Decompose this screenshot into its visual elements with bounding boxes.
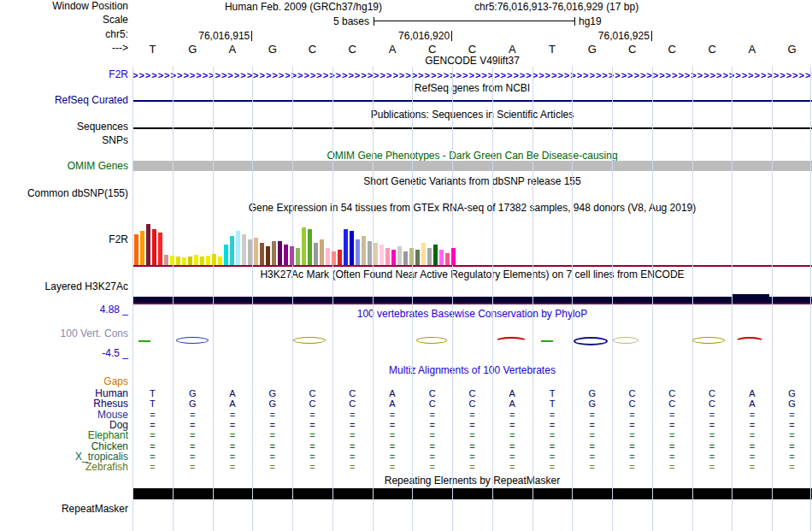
gtex-expression-bar[interactable] xyxy=(212,254,216,265)
track-label-omim-genes[interactable]: OMIM Genes xyxy=(0,161,128,172)
track-label-repeatmasker[interactable]: RepeatMasker xyxy=(0,504,128,515)
gtex-expression-bar[interactable] xyxy=(272,241,276,265)
gtex-expression-bar[interactable] xyxy=(356,239,360,265)
repeatmasker-element-bar[interactable] xyxy=(132,488,812,499)
gtex-expression-bar[interactable] xyxy=(427,248,432,265)
alignment-base: = xyxy=(373,451,413,462)
gtex-expression-bar[interactable] xyxy=(278,241,282,265)
gtex-expression-bar[interactable] xyxy=(362,236,366,265)
gtex-expression-bar[interactable] xyxy=(134,234,138,265)
scale-bracket xyxy=(374,17,575,26)
gtex-expression-bar[interactable] xyxy=(368,241,372,265)
gtex-expression-bar[interactable] xyxy=(445,253,450,265)
gtex-expression-bar[interactable] xyxy=(230,236,234,265)
omim-gene-bar[interactable] xyxy=(132,161,812,171)
track-label-gtex-f2r[interactable]: F2R xyxy=(0,234,128,245)
gtex-expression-bar[interactable] xyxy=(385,248,390,265)
conservation-mark[interactable] xyxy=(138,340,150,342)
track-label-dbsnp[interactable]: Common dbSNP(155) xyxy=(0,188,128,199)
species-label-Rhesus[interactable]: Rhesus xyxy=(0,398,128,409)
publications-sequence-bar[interactable] xyxy=(132,127,812,129)
gtex-expression-bar[interactable] xyxy=(248,239,252,265)
gtex-expression-bar[interactable] xyxy=(338,250,342,265)
gtex-expression-bar[interactable] xyxy=(344,229,348,265)
track-label-gencode-f2r[interactable]: F2R xyxy=(0,69,128,80)
gtex-expression-bar[interactable] xyxy=(200,257,204,265)
gtex-expression-bar[interactable] xyxy=(314,243,318,265)
track-label-sequences[interactable]: Sequences xyxy=(0,121,128,133)
refseq-gene-bar[interactable] xyxy=(132,100,812,102)
track-label-snps[interactable]: SNPs xyxy=(0,135,128,146)
track-label-refseq-curated[interactable]: RefSeq Curated xyxy=(0,95,128,106)
species-label-Zebrafish[interactable]: Zebrafish xyxy=(0,462,128,472)
gtex-expression-bar[interactable] xyxy=(206,256,210,265)
gtex-expression-bar[interactable] xyxy=(332,251,336,265)
gtex-expression-bar[interactable] xyxy=(146,224,150,265)
gtex-expression-bar[interactable] xyxy=(242,234,246,265)
alignment-base: = xyxy=(373,410,413,420)
conservation-mark[interactable] xyxy=(293,337,326,344)
alignment-base: A xyxy=(373,398,413,409)
alignment-base: = xyxy=(332,451,373,462)
conservation-mark[interactable] xyxy=(735,337,764,345)
gtex-expression-bar[interactable] xyxy=(224,245,228,265)
gtex-expression-bar[interactable] xyxy=(152,229,156,265)
gtex-expression-bar[interactable] xyxy=(403,251,408,265)
gtex-expression-bar[interactable] xyxy=(350,231,354,265)
forward-strand-arrows[interactable]: >>>>>>>>>>>>>>>>>>>>>>>>>>>>>>>>>>>>>>>>… xyxy=(132,70,812,80)
gtex-expression-bar[interactable] xyxy=(296,248,300,265)
gtex-expression-bar[interactable] xyxy=(188,257,192,265)
gtex-expression-bar[interactable] xyxy=(320,239,324,265)
gtex-expression-bar[interactable] xyxy=(290,246,294,265)
conservation-mark[interactable] xyxy=(541,340,553,342)
gtex-expression-bar[interactable] xyxy=(218,257,222,265)
gtex-expression-bar[interactable] xyxy=(236,231,240,265)
gtex-expression-bar[interactable] xyxy=(374,243,378,265)
conservation-mark[interactable] xyxy=(416,337,447,344)
gtex-expression-bar[interactable] xyxy=(391,250,396,265)
conservation-mark[interactable] xyxy=(574,337,608,345)
gtex-expression-bar[interactable] xyxy=(308,229,312,265)
gtex-expression-bar[interactable] xyxy=(433,245,438,265)
conservation-mark[interactable] xyxy=(692,337,725,344)
gtex-expression-bar[interactable] xyxy=(409,248,414,265)
gtex-expression-bar[interactable] xyxy=(415,250,420,265)
h3k27ac-signal-bar[interactable] xyxy=(132,297,812,303)
gtex-expression-bar[interactable] xyxy=(326,248,330,265)
gtex-expression-bar[interactable] xyxy=(158,233,162,265)
gtex-expression-bar[interactable] xyxy=(194,255,198,265)
scale-value: 5 bases xyxy=(282,15,369,27)
gtex-expression-bar[interactable] xyxy=(397,246,402,265)
gtex-expression-bar[interactable] xyxy=(439,250,444,265)
gtex-expression-bar[interactable] xyxy=(254,238,258,265)
gtex-expression-bar[interactable] xyxy=(176,257,180,265)
alignment-base: = xyxy=(173,451,213,462)
alignment-base: = xyxy=(733,430,773,440)
sequence-base: C xyxy=(292,43,332,55)
alignment-base: = xyxy=(652,462,692,472)
species-label-Elephant[interactable]: Elephant xyxy=(0,430,128,440)
gtex-expression-bar[interactable] xyxy=(140,231,144,265)
gtex-expression-bar[interactable] xyxy=(284,245,288,265)
gtex-expression-bar[interactable] xyxy=(170,256,174,265)
alignment-base: = xyxy=(173,420,213,430)
gtex-expression-bar[interactable] xyxy=(260,243,264,265)
alignment-base: = xyxy=(772,420,812,430)
alignment-base: T xyxy=(533,388,573,398)
conservation-mark[interactable] xyxy=(495,337,527,345)
track-label-h3k27ac[interactable]: Layered H3K27Ac xyxy=(0,281,128,292)
gtex-expression-bar[interactable] xyxy=(182,257,186,265)
gtex-expression-bar[interactable] xyxy=(451,248,456,265)
gaps-label[interactable]: Gaps xyxy=(0,376,128,387)
gtex-expression-bar[interactable] xyxy=(164,255,168,265)
alignment-base: = xyxy=(373,420,413,430)
gtex-expression-bar[interactable] xyxy=(302,227,306,265)
alignment-base: C xyxy=(692,388,733,398)
conservation-mark[interactable] xyxy=(613,337,638,344)
track-label-conservation[interactable]: 100 Vert. Cons xyxy=(0,328,128,339)
conservation-mark[interactable] xyxy=(176,337,209,344)
gtex-expression-bar[interactable] xyxy=(380,245,384,265)
gtex-expression-bar[interactable] xyxy=(266,246,270,265)
gtex-expression-bar[interactable] xyxy=(421,243,426,265)
alignment-base: A xyxy=(213,398,253,409)
